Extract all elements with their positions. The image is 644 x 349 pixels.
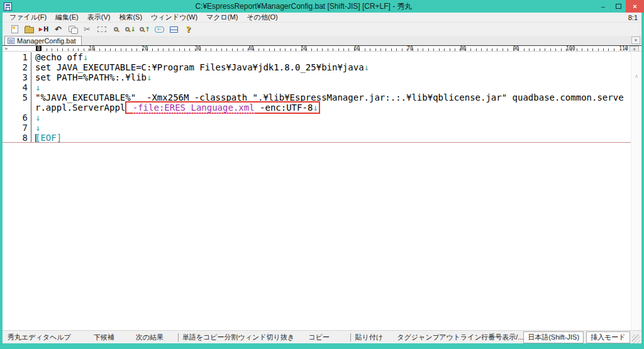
editor-line[interactable]: 8[EOF] — [3, 133, 631, 143]
line-content: set PATH=%PATH%:.¥lib↓ — [35, 72, 631, 82]
scroll-up-icon[interactable]: ∧ — [631, 73, 641, 79]
editor-line[interactable]: 4↓ — [3, 82, 631, 92]
window-title: C:¥EspressReport¥ManagerConfig.bat [Shif… — [12, 1, 596, 12]
editor-line[interactable]: 6↓ — [3, 113, 631, 123]
search-next-button[interactable]: ↓ — [123, 23, 138, 35]
tab-bar: ManagerConfig.bat × — [3, 36, 641, 46]
replace-button[interactable]: ← — [152, 23, 167, 35]
ruler-mark-60: 60 — [354, 46, 360, 52]
minimize-button[interactable]: – — [596, 0, 611, 13]
function-key-button-2[interactable]: 次の結果 — [136, 333, 178, 342]
line-content: ↓ — [35, 113, 631, 123]
resize-grip[interactable] — [632, 335, 640, 343]
statusbar-indicator-13[interactable]: 日本語(Shift-JIS) — [523, 331, 584, 343]
code-text — [127, 102, 132, 113]
menu-item-5[interactable]: マクロ(M) — [202, 13, 242, 22]
split-window-button[interactable] — [167, 23, 181, 35]
ruler-mark-100: 100 — [566, 46, 575, 52]
code-text: ↓ — [35, 123, 40, 133]
line-content: ↓ — [35, 123, 631, 133]
ruler-mark-20: 20 — [142, 46, 148, 52]
cursor-position: 8:1 — [628, 14, 641, 21]
line-number: 8 — [3, 133, 31, 142]
copy-icon — [69, 26, 77, 33]
maximize-button[interactable] — [611, 0, 626, 13]
function-key-button-0[interactable]: 秀丸エディタヘルプ — [8, 333, 94, 342]
cut-button[interactable]: ✂ — [80, 23, 94, 35]
maximize-icon — [616, 4, 621, 9]
box-select-button[interactable] — [94, 23, 109, 35]
ruler-mark-40: 40 — [248, 46, 254, 52]
code-text: ↓ — [35, 113, 40, 123]
save-button[interactable]: H — [36, 23, 51, 35]
undo-button[interactable]: ↶ — [51, 23, 65, 35]
ruler-mark-0: 0 — [36, 46, 42, 52]
function-key-button-6[interactable]: 切り抜き — [267, 333, 309, 342]
ruler-left-glyph: » — [4, 46, 8, 52]
title-bar: C:¥EspressReport¥ManagerConfig.bat [Shif… — [0, 0, 644, 13]
line-number: 2 — [3, 62, 31, 72]
ruler-mark-70: 70 — [407, 46, 413, 52]
editor-line[interactable]: r.appl.ServerAppl -file:ERES_Language.xm… — [3, 102, 631, 113]
app-icon — [4, 3, 12, 11]
menu-item-2[interactable]: 表示(V) — [83, 13, 115, 22]
editor-line[interactable]: 2set JAVA_EXECUTABLE=C:¥Program Files¥Ja… — [3, 62, 631, 72]
undo-icon: ↶ — [55, 25, 62, 33]
menu-bar: ファイル(F)編集(E)表示(V)検索(S)ウィンドウ(W)マクロ(M)その他(… — [3, 13, 641, 23]
hidemaru-window: C:¥EspressReport¥ManagerConfig.bat [Shif… — [0, 0, 644, 349]
function-key-button-5[interactable]: 分割ウィンドウ切... — [225, 333, 267, 342]
ruler-options-button[interactable]: ≡ — [630, 46, 639, 52]
function-key-button-4[interactable]: 単語をコピー — [182, 333, 225, 342]
statusbar-separator — [178, 333, 179, 341]
code-text: ↓ — [35, 82, 40, 92]
line-number: 7 — [3, 123, 31, 133]
open-folder-button[interactable] — [22, 23, 36, 35]
function-key-bar: 秀丸エディタヘルプ下候補次の結果単語をコピー分割ウィンドウ切...切り抜きコピー… — [3, 330, 641, 343]
close-button[interactable]: × — [626, 0, 644, 13]
tab-close-button[interactable]: × — [631, 36, 640, 44]
ruler-mark-80: 80 — [460, 46, 466, 52]
function-key-button-7[interactable]: コピー — [308, 333, 350, 342]
editor-line[interactable]: 1@echo off↓ — [3, 52, 631, 62]
edit-area[interactable]: 1@echo off↓2set JAVA_EXECUTABLE=C:¥Progr… — [3, 52, 641, 330]
split-window-icon — [170, 26, 178, 33]
replace-icon: ← — [155, 26, 164, 33]
ruler-right-glyph: « — [625, 46, 628, 52]
line-number: 3 — [3, 72, 31, 82]
line-number: 1 — [3, 52, 31, 62]
copy-button[interactable] — [65, 23, 80, 35]
search-prev-icon: ↑ — [140, 26, 150, 33]
new-file-button[interactable] — [8, 23, 22, 35]
tab-label: ManagerConfig.bat — [17, 37, 76, 45]
line-number: 4 — [3, 82, 31, 92]
box-select-icon — [97, 26, 106, 32]
document-icon — [8, 38, 14, 44]
function-key-button-11[interactable]: アウトライン解析... — [439, 333, 481, 342]
line-number: 5 — [3, 92, 31, 102]
ruler-ticks — [36, 48, 616, 51]
function-key-button-9[interactable]: 貼り付け — [355, 333, 397, 342]
ruler-mark-10: 10 — [89, 46, 95, 52]
menu-item-6[interactable]: その他(O) — [242, 13, 282, 22]
search-prev-button[interactable]: ↑ — [138, 23, 152, 35]
help-button[interactable]: ? — [181, 23, 196, 35]
statusbar-indicator-14[interactable]: 挿入モード — [586, 331, 630, 343]
vertical-scrollbar[interactable]: ∧ — [631, 52, 641, 330]
menu-item-1[interactable]: 編集(E) — [51, 13, 83, 22]
open-folder-icon — [25, 27, 34, 33]
search-next-icon: ↓ — [125, 26, 135, 33]
function-key-button-10[interactable]: タグジャンプ — [397, 333, 439, 342]
menu-item-4[interactable]: ウィンドウ(W) — [147, 13, 202, 22]
tab-managerconfig[interactable]: ManagerConfig.bat — [4, 36, 82, 45]
statusbar-separator — [350, 333, 351, 341]
search-icon — [114, 27, 118, 31]
function-key-button-1[interactable]: 下候補 — [94, 333, 136, 342]
help-icon: ? — [186, 25, 191, 33]
code-text: set JAVA_EXECUTABLE=C:¥Program Files¥Jav… — [35, 62, 364, 72]
menu-item-3[interactable]: 検索(S) — [114, 13, 147, 22]
search-button[interactable] — [109, 23, 123, 35]
editor-line[interactable]: 3set PATH=%PATH%:.¥lib↓ — [3, 72, 631, 82]
function-key-button-12[interactable]: 行番号表示/... — [481, 333, 523, 342]
menu-item-0[interactable]: ファイル(F) — [5, 13, 51, 22]
editor-line[interactable]: 7↓ — [3, 123, 631, 133]
